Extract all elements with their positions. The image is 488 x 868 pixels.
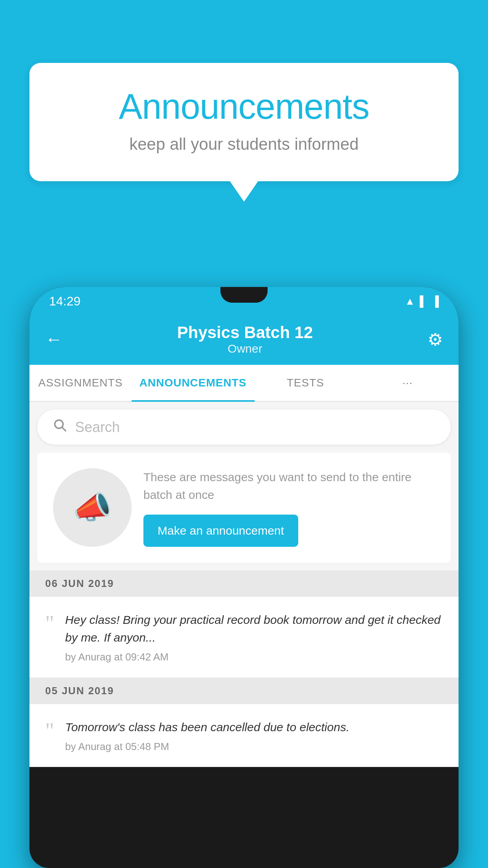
quote-icon-1: " — [45, 612, 54, 634]
announcement-item-1[interactable]: " Hey class! Bring your practical record… — [29, 597, 459, 678]
notch — [220, 287, 268, 303]
megaphone-icon: 📣 — [73, 489, 112, 526]
status-icons — [405, 295, 439, 307]
announcement-text-1: Hey class! Bring your practical record b… — [65, 611, 443, 646]
announcement-meta-1: by Anurag at 09:42 AM — [65, 651, 443, 663]
battery-icon — [432, 295, 439, 307]
intro-section: Announcements keep all your students inf… — [29, 63, 459, 181]
bubble-subtitle: keep all your students informed — [61, 135, 427, 154]
tab-assignments[interactable]: ASSIGNMENTS — [29, 365, 132, 401]
header-center: Physics Batch 12 Owner — [177, 323, 313, 355]
date-separator-2: 05 JUN 2019 — [29, 678, 459, 704]
app-header: ← Physics Batch 12 Owner ⚙ — [29, 315, 459, 365]
announcement-content-1: Hey class! Bring your practical record b… — [65, 611, 443, 663]
make-announcement-button[interactable]: Make an announcement — [143, 515, 298, 547]
signal-icon — [420, 295, 427, 307]
status-bar: 14:29 — [29, 287, 459, 315]
quote-icon-2: " — [45, 720, 54, 742]
header-title: Physics Batch 12 — [177, 323, 313, 342]
svg-point-0 — [55, 420, 63, 428]
tabs-bar: ASSIGNMENTS ANNOUNCEMENTS TESTS ··· — [29, 365, 459, 402]
wifi-icon — [405, 295, 415, 307]
announcement-item-2[interactable]: " Tomorrow's class has been cancelled du… — [29, 704, 459, 767]
announcement-text-2: Tomorrow's class has been cancelled due … — [65, 718, 443, 736]
search-placeholder: Search — [75, 419, 120, 436]
prompt-description: These are messages you want to send to t… — [143, 468, 435, 504]
announcement-content-2: Tomorrow's class has been cancelled due … — [65, 718, 443, 753]
search-bar[interactable]: Search — [37, 410, 451, 445]
tab-tests[interactable]: TESTS — [255, 365, 357, 401]
gear-icon[interactable]: ⚙ — [427, 329, 443, 349]
bubble-title: Announcements — [61, 86, 427, 127]
prompt-right: These are messages you want to send to t… — [143, 468, 435, 547]
announcement-prompt: 📣 These are messages you want to send to… — [37, 452, 451, 563]
status-time: 14:29 — [49, 294, 81, 309]
search-icon — [53, 418, 67, 436]
svg-line-1 — [62, 427, 66, 431]
tab-more[interactable]: ··· — [356, 365, 459, 401]
back-button[interactable]: ← — [45, 329, 62, 349]
header-subtitle: Owner — [177, 342, 313, 355]
phone-frame: 14:29 ← Physics Batch 12 Owner ⚙ ASSIGNM… — [29, 287, 459, 868]
megaphone-circle: 📣 — [53, 468, 132, 547]
content-area: Search 📣 These are messages you want to … — [29, 402, 459, 767]
speech-bubble: Announcements keep all your students inf… — [29, 63, 459, 181]
date-separator-1: 06 JUN 2019 — [29, 570, 459, 597]
tab-announcements[interactable]: ANNOUNCEMENTS — [132, 365, 255, 401]
announcement-meta-2: by Anurag at 05:48 PM — [65, 741, 443, 753]
